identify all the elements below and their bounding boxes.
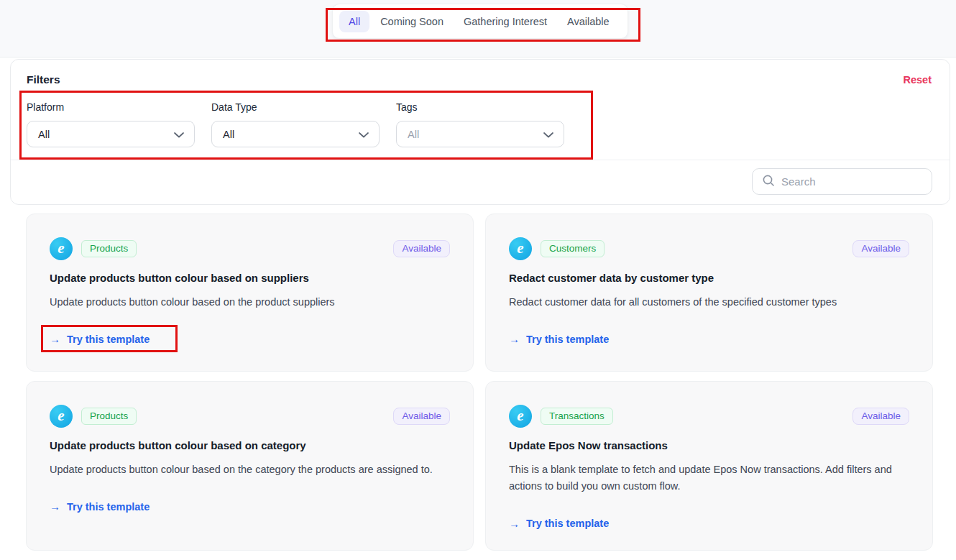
tags-filter: Tags All (396, 102, 564, 147)
filter-dropdowns-row: Platform All Data Type All Tags All (11, 86, 950, 147)
search-row (11, 160, 950, 195)
card-header: e Products Available (50, 237, 450, 260)
search-box[interactable] (752, 168, 932, 195)
try-template-link[interactable]: → Try this template (50, 500, 150, 513)
template-title: Update products button colour based on s… (50, 272, 450, 284)
template-cards-grid: e Products Available Update products but… (26, 214, 933, 551)
template-card-transactions: e Transactions Available Update Epos Now… (485, 381, 933, 551)
epos-now-logo-icon: e (509, 405, 532, 428)
platform-label: Platform (27, 102, 195, 113)
data-type-select[interactable]: All (211, 121, 380, 147)
template-card-redact-customers: e Customers Available Redact customer da… (485, 214, 933, 372)
template-title: Update Epos Now transactions (509, 439, 909, 451)
try-template-link[interactable]: → Try this template (50, 333, 150, 345)
try-template-label: Try this template (526, 334, 609, 345)
filters-panel: Filters Reset Platform All Data Type All… (10, 59, 950, 205)
data-type-filter: Data Type All (211, 102, 380, 147)
epos-now-logo-icon: e (509, 237, 532, 260)
header-bar: All Coming Soon Gathering Interest Avail… (0, 0, 956, 58)
try-template-label: Try this template (67, 501, 150, 513)
arrow-right-icon: → (50, 500, 60, 513)
data-type-tag: Customers (541, 240, 605, 257)
arrow-right-icon: → (509, 518, 520, 530)
platform-select-value: All (38, 129, 50, 140)
chevron-down-icon (543, 128, 553, 141)
template-title: Redact customer data by customer type (509, 272, 909, 284)
search-input[interactable] (781, 175, 923, 188)
tab-gathering-interest[interactable]: Gathering Interest (454, 11, 556, 32)
tab-available[interactable]: Available (558, 11, 619, 32)
template-description: This is a blank template to fetch and up… (509, 462, 909, 495)
card-header: e Customers Available (509, 237, 909, 260)
template-description: Update products button colour based on t… (50, 462, 450, 478)
status-badge: Available (852, 240, 909, 257)
template-card-category: e Products Available Update products but… (26, 381, 474, 551)
template-card-suppliers: e Products Available Update products but… (26, 214, 474, 372)
epos-now-logo-icon: e (50, 237, 73, 260)
reset-filters-link[interactable]: Reset (904, 74, 932, 86)
data-type-label: Data Type (211, 102, 380, 113)
filters-header: Filters Reset (11, 60, 950, 86)
chevron-down-icon (174, 128, 184, 141)
template-description: Redact customer data for all customers o… (509, 294, 909, 311)
status-badge: Available (393, 240, 450, 257)
status-badge: Available (852, 408, 909, 425)
try-template-link[interactable]: → Try this template (509, 333, 609, 345)
template-title: Update products button colour based on c… (50, 439, 450, 451)
filters-title: Filters (27, 73, 60, 86)
status-badge: Available (393, 408, 450, 425)
card-header: e Transactions Available (509, 405, 909, 428)
platform-filter: Platform All (27, 102, 195, 147)
arrow-right-icon: → (50, 333, 60, 345)
status-tab-bar: All Coming Soon Gathering Interest Avail… (332, 4, 628, 39)
chevron-down-icon (359, 128, 369, 141)
template-description: Update products button colour based on t… (50, 294, 450, 311)
data-type-tag: Transactions (541, 408, 613, 425)
tags-select[interactable]: All (396, 121, 564, 147)
arrow-right-icon: → (509, 333, 520, 345)
tab-coming-soon[interactable]: Coming Soon (371, 11, 453, 32)
tab-all[interactable]: All (339, 11, 369, 32)
tags-select-placeholder: All (408, 129, 419, 140)
tags-label: Tags (396, 102, 564, 113)
try-template-label: Try this template (526, 518, 609, 529)
card-header: e Products Available (50, 405, 450, 428)
platform-select[interactable]: All (27, 121, 195, 147)
data-type-select-value: All (223, 129, 234, 140)
try-template-label: Try this template (67, 334, 150, 345)
try-template-link[interactable]: → Try this template (509, 518, 609, 530)
data-type-tag: Products (81, 408, 137, 425)
epos-now-logo-icon: e (50, 405, 73, 428)
data-type-tag: Products (81, 240, 137, 257)
search-icon (762, 174, 775, 190)
